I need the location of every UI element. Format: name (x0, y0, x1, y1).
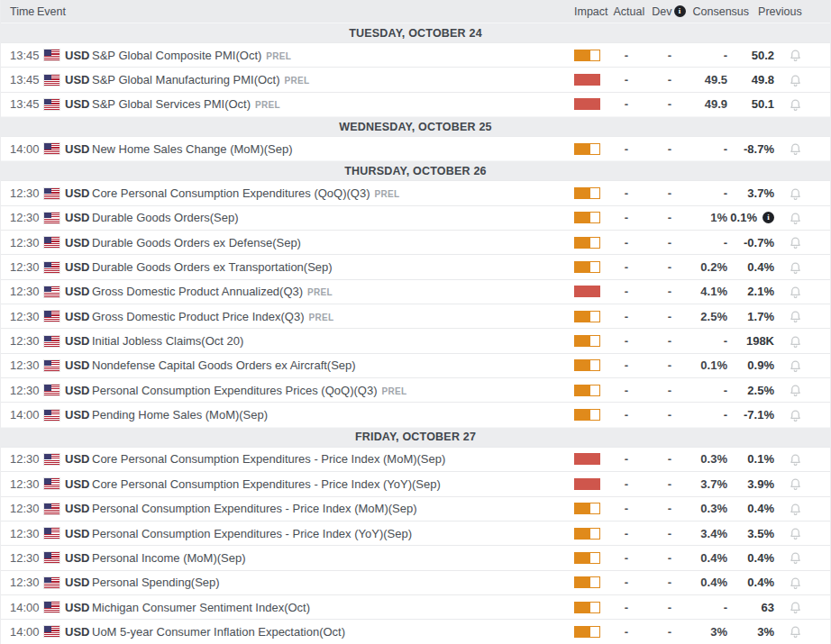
currency-label: USD (65, 601, 92, 614)
row-values: - - 0.4% 0.4% (567, 550, 830, 565)
event-row[interactable]: 12:30 USD Personal Consumption Expenditu… (1, 377, 830, 402)
event-title: UoM 5-year Consumer Inflation Expectatio… (92, 625, 567, 639)
event-row[interactable]: 14:00 USD Pending Home Sales (MoM)(Sep) … (1, 402, 830, 426)
event-row[interactable]: 12:30 USD Nondefense Capital Goods Order… (1, 353, 830, 377)
event-row[interactable]: 12:30 USD Personal Income (MoM)(Sep) - -… (1, 545, 830, 569)
event-row[interactable]: 12:30 USD Core Personal Consumption Expe… (1, 447, 830, 471)
event-row[interactable]: 13:45 USD S&P Global Composite PMI(Oct)P… (1, 42, 830, 67)
actual-value: - (601, 358, 632, 372)
consensus-value: 3.7% (675, 477, 727, 491)
consensus-value: 0.2% (675, 260, 727, 274)
dev-info-icon[interactable]: i (674, 5, 686, 17)
event-title-text: Core Personal Consumption Expenditures (… (92, 186, 370, 200)
event-row[interactable]: 12:30 USD Personal Consumption Expenditu… (1, 496, 830, 521)
notification-bell-button[interactable] (774, 408, 830, 422)
notification-bell-button[interactable] (774, 383, 830, 397)
event-time: 12:30 (1, 384, 44, 397)
event-row[interactable]: 13:45 USD S&P Global Services PMI(Oct)PR… (1, 92, 830, 116)
event-title-text: Pending Home Sales (MoM)(Sep) (92, 408, 268, 422)
actual-value: - (601, 334, 632, 348)
notification-bell-button[interactable] (774, 186, 830, 201)
bell-icon (789, 550, 802, 565)
previous-value: 0.1% (747, 452, 774, 466)
event-row[interactable]: 12:30 USD Gross Domestic Product Annuali… (1, 279, 830, 304)
dev-value: - (632, 358, 675, 372)
event-time: 12:30 (1, 477, 44, 491)
event-row[interactable]: 12:30 USD Initial Jobless Claims(Oct 20)… (1, 328, 830, 352)
event-title-text: New Home Sales Change (MoM)(Sep) (92, 142, 293, 156)
event-row[interactable]: 12:30 USD Core Personal Consumption Expe… (1, 180, 830, 204)
notification-bell-button[interactable] (774, 502, 830, 516)
notification-bell-button[interactable] (774, 576, 830, 590)
event-title-text: Personal Income (MoM)(Sep) (92, 551, 246, 565)
impact-indicator-high (574, 98, 600, 110)
impact-indicator-high (574, 478, 600, 490)
notification-bell-button[interactable] (774, 211, 830, 225)
row-values: - - 0.3% 0.1% (567, 452, 830, 467)
event-title: Durable Goods Orders(Sep) (92, 211, 567, 224)
dev-value: - (632, 527, 675, 540)
row-values: - - - 50.2 (567, 48, 830, 62)
row-values: - - 2.5% 1.7% (567, 309, 830, 323)
event-row[interactable]: 13:45 USD S&P Global Manufacturing PMI(O… (1, 67, 830, 91)
previous-cell: 3.7% (727, 186, 774, 200)
event-row[interactable]: 12:30 USD Durable Goods Orders ex Transp… (1, 254, 830, 278)
currency-label: USD (65, 576, 92, 589)
event-title: Personal Consumption Expenditures Prices… (92, 384, 567, 397)
notification-bell-button[interactable] (774, 285, 830, 299)
event-row[interactable]: 12:30 USD Personal Consumption Expenditu… (1, 521, 830, 545)
notification-bell-button[interactable] (774, 600, 830, 614)
previous-value: 3.5% (747, 527, 774, 540)
consensus-value: 4.1% (675, 285, 727, 298)
dev-value: - (632, 73, 675, 86)
event-title: Personal Spending(Sep) (92, 576, 567, 589)
dev-value: - (632, 601, 675, 614)
notification-bell-button[interactable] (774, 476, 830, 491)
impact-indicator-high (574, 74, 600, 86)
currency-label: USD (65, 97, 92, 111)
event-row[interactable]: 14:00 USD New Home Sales Change (MoM)(Se… (1, 136, 830, 160)
us-flag-icon (44, 478, 59, 489)
notification-bell-button[interactable] (774, 260, 830, 275)
event-row[interactable]: 12:30 USD Core Personal Consumption Expe… (1, 471, 830, 495)
bell-icon (789, 211, 802, 225)
event-row[interactable]: 12:30 USD Durable Goods Orders(Sep) - - … (1, 205, 830, 230)
notification-bell-button[interactable] (774, 526, 830, 540)
notification-bell-button[interactable] (774, 452, 830, 467)
impact-indicator-medium (574, 50, 600, 61)
event-row[interactable]: 14:00 USD UoM 5-year Consumer Inflation … (1, 619, 830, 643)
notification-bell-button[interactable] (774, 550, 830, 565)
event-row[interactable]: 14:00 USD Michigan Consumer Sentiment In… (1, 594, 830, 619)
event-row[interactable]: 12:30 USD Personal Spending(Sep) - - 0.4… (1, 570, 830, 594)
currency-label: USD (65, 186, 92, 200)
event-row[interactable]: 12:30 USD Durable Goods Orders ex Defens… (1, 230, 830, 254)
actual-value: - (601, 477, 632, 491)
previous-cell: 198K (727, 334, 774, 348)
event-title-text: Durable Goods Orders ex Defense(Sep) (92, 236, 301, 249)
notification-bell-button[interactable] (774, 309, 830, 323)
event-row[interactable]: 12:30 USD Gross Domestic Product Price I… (1, 304, 830, 328)
impact-cell (567, 286, 601, 297)
event-time: 12:30 (1, 236, 44, 249)
event-title-text: S&P Global Composite PMI(Oct) (92, 49, 261, 62)
notification-bell-button[interactable] (774, 141, 830, 156)
row-values: - - 3.4% 3.5% (567, 526, 830, 540)
notification-bell-button[interactable] (774, 624, 830, 639)
dev-value: - (632, 502, 675, 515)
actual-value: - (601, 625, 632, 639)
notification-bell-button[interactable] (774, 235, 830, 249)
notification-bell-button[interactable] (774, 358, 830, 373)
actual-value: - (601, 97, 632, 111)
notification-bell-button[interactable] (774, 334, 830, 349)
previous-value: -7.1% (744, 408, 774, 422)
revision-info-icon[interactable]: i (763, 212, 774, 223)
notification-bell-button[interactable] (774, 48, 830, 62)
prel-tag: PREL (285, 76, 310, 86)
actual-value: - (601, 551, 632, 565)
us-flag-icon (44, 50, 59, 60)
event-title: Core Personal Consumption Expenditures -… (92, 477, 567, 491)
notification-bell-button[interactable] (774, 73, 830, 87)
previous-cell: 3.9% (727, 477, 774, 491)
currency-label: USD (65, 310, 92, 323)
notification-bell-button[interactable] (774, 97, 830, 112)
